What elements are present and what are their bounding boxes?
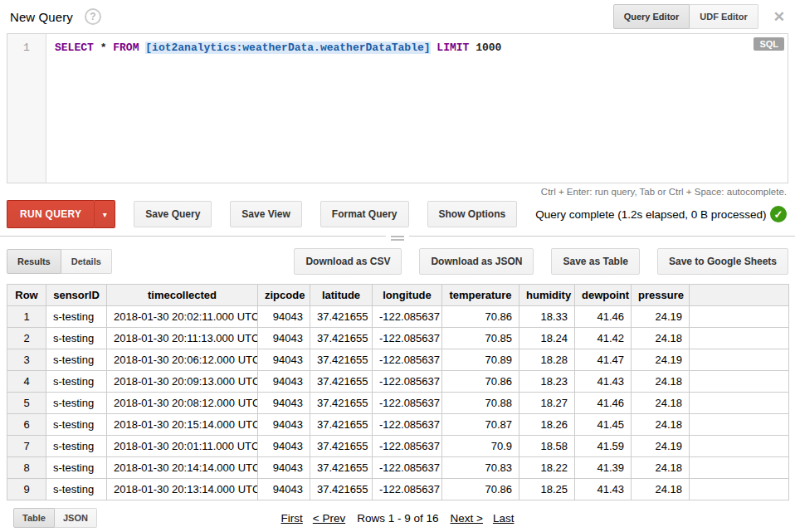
table-cell: 94043 [258, 457, 310, 479]
table-cell: 24.18 [632, 414, 690, 436]
table-cell: 41.42 [575, 328, 632, 349]
results-table-head: RowsensorIDtimecollectedzipcodelatitudel… [7, 285, 789, 306]
table-cell: 37.421655 [310, 479, 373, 500]
table-cell: 94043 [258, 479, 310, 500]
pagination-first-link[interactable]: First [281, 512, 303, 525]
table-cell: s-testing [46, 457, 107, 479]
table-cell: 70.85 [442, 328, 519, 349]
editor-mode-tabs: Query Editor UDF Editor [613, 4, 758, 29]
table-cell: 41.39 [575, 457, 632, 479]
tab-results[interactable]: Results [7, 249, 61, 274]
results-section: Results Details Download as CSV Download… [0, 237, 795, 530]
table-cell: s-testing [46, 436, 107, 457]
sql-table-reference: [iot2analytics:weatherData.weatherDataTa… [145, 41, 430, 54]
save-view-button[interactable]: Save View [230, 201, 302, 227]
download-csv-button[interactable]: Download as CSV [294, 248, 402, 275]
sql-keyword-from: FROM [113, 41, 139, 54]
splitter-grip-icon[interactable] [386, 232, 409, 244]
table-cell: 18.24 [519, 328, 575, 349]
table-row: 1s-testing2018-01-30 20:02:11.000 UTC940… [7, 306, 789, 328]
table-row: 4s-testing2018-01-30 20:09:13.000 UTC940… [7, 371, 789, 393]
save-as-table-button[interactable]: Save as Table [551, 248, 640, 275]
table-cell: s-testing [46, 349, 107, 371]
table-cell: 2018-01-30 20:14:14.000 UTC [107, 457, 258, 479]
code-area[interactable]: SELECT * FROM [iot2analytics:weatherData… [46, 34, 788, 183]
table-cell: 4 [7, 371, 46, 393]
column-header: latitude [310, 285, 373, 306]
table-cell: 18.22 [519, 457, 575, 479]
pagination-prev-link[interactable]: < Prev [313, 512, 345, 525]
sql-keyword-limit: LIMIT [437, 41, 469, 54]
table-cell: 6 [7, 414, 46, 436]
column-header: timecollected [107, 285, 258, 306]
help-icon[interactable]: ? [85, 8, 101, 25]
column-header: pressure [632, 285, 690, 306]
table-cell: -122.085637 [373, 306, 442, 328]
table-cell: 24.18 [632, 479, 690, 500]
download-json-button[interactable]: Download as JSON [419, 248, 534, 275]
table-cell-empty [690, 371, 789, 393]
pane-splitter[interactable] [0, 236, 795, 237]
table-cell-empty [690, 393, 789, 414]
table-cell: s-testing [46, 414, 107, 436]
view-table-button[interactable]: Table [13, 508, 55, 528]
run-query-button[interactable]: RUN QUERY [7, 200, 94, 228]
table-cell: s-testing [46, 328, 107, 349]
table-cell: 18.58 [519, 436, 575, 457]
view-json-button[interactable]: JSON [55, 508, 97, 528]
table-cell: 70.86 [442, 479, 519, 500]
table-cell: -122.085637 [373, 457, 442, 479]
table-cell: s-testing [46, 306, 107, 328]
table-cell: 41.45 [575, 414, 632, 436]
table-cell: 7 [7, 436, 46, 457]
table-cell: -122.085637 [373, 479, 442, 500]
table-cell-empty [690, 457, 789, 479]
table-cell: 41.46 [575, 393, 632, 414]
query-header: New Query ? Query Editor UDF Editor ✕ [0, 0, 795, 33]
table-cell: 18.25 [519, 479, 575, 500]
table-cell: 37.421655 [310, 306, 373, 328]
sql-star: * [100, 41, 107, 54]
table-cell: 5 [7, 393, 46, 414]
pagination-next-link[interactable]: Next > [451, 512, 483, 525]
table-cell: 37.421655 [310, 436, 373, 457]
table-cell: 2018-01-30 20:09:13.000 UTC [107, 371, 258, 393]
table-cell: 37.421655 [310, 457, 373, 479]
table-cell: -122.085637 [373, 328, 442, 349]
table-cell: 41.43 [575, 479, 632, 500]
success-check-icon: ✓ [770, 206, 787, 222]
close-icon[interactable]: ✕ [773, 8, 785, 26]
table-cell: -122.085637 [373, 414, 442, 436]
pagination-last-link[interactable]: Last [493, 512, 515, 525]
table-cell: 41.46 [575, 306, 632, 328]
table-cell: 24.18 [632, 371, 690, 393]
table-cell: -122.085637 [373, 349, 442, 371]
table-cell: 94043 [258, 393, 310, 414]
save-to-sheets-button[interactable]: Save to Google Sheets [657, 248, 788, 275]
table-cell: 70.88 [442, 393, 519, 414]
tab-query-editor[interactable]: Query Editor [613, 4, 690, 29]
tab-details[interactable]: Details [61, 249, 112, 274]
table-cell: 2018-01-30 20:13:14.000 UTC [107, 479, 258, 500]
save-query-button[interactable]: Save Query [134, 201, 212, 227]
column-header [690, 285, 789, 306]
table-cell: 37.421655 [310, 328, 373, 349]
column-header: temperature [442, 285, 519, 306]
sql-editor[interactable]: 1 SELECT * FROM [iot2analytics:weatherDa… [7, 33, 788, 183]
line-number-gutter: 1 [7, 34, 46, 183]
table-cell-empty [690, 479, 789, 500]
tab-udf-editor[interactable]: UDF Editor [690, 4, 758, 29]
results-table-body: 1s-testing2018-01-30 20:02:11.000 UTC940… [7, 306, 789, 500]
show-options-button[interactable]: Show Options [427, 201, 518, 227]
table-cell: 70.9 [442, 436, 519, 457]
results-bar: Results Details Download as CSV Download… [7, 248, 788, 275]
sql-keyword-select: SELECT [55, 41, 94, 54]
format-query-button[interactable]: Format Query [320, 201, 409, 227]
table-cell: 37.421655 [310, 414, 373, 436]
table-row: 3s-testing2018-01-30 20:06:12.000 UTC940… [7, 349, 789, 371]
bigquery-classic-ui: New Query ? Query Editor UDF Editor ✕ 1 … [0, 0, 795, 532]
table-cell: s-testing [46, 371, 107, 393]
table-cell: 24.19 [632, 436, 690, 457]
table-cell: -122.085637 [373, 436, 442, 457]
run-query-dropdown-icon[interactable]: ▾ [94, 200, 115, 228]
